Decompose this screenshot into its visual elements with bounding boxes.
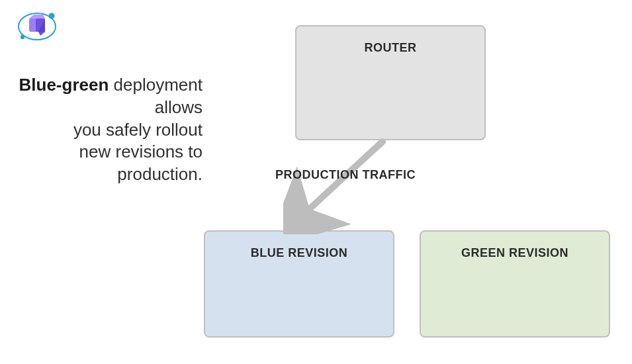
diagram-canvas: Blue-green deployment allows you safely … — [0, 0, 632, 364]
traffic-arrow-icon — [283, 138, 402, 234]
router-box: ROUTER — [295, 25, 486, 140]
traffic-label-text: PRODUCTION TRAFFIC — [275, 168, 416, 181]
router-label: ROUTER — [365, 41, 417, 54]
description-line1: deployment allows — [109, 75, 203, 117]
blue-revision-box: BLUE REVISION — [204, 230, 394, 338]
blue-revision-label: BLUE REVISION — [251, 246, 348, 259]
production-traffic-label: PRODUCTION TRAFFIC — [266, 168, 425, 182]
description-line2: you safely rollout — [73, 120, 203, 140]
description-line3: new revisions to — [79, 142, 203, 161]
green-revision-box: GREEN REVISION — [420, 230, 610, 338]
description-text: Blue-green deployment allows you safely … — [12, 74, 203, 186]
svg-point-2 — [21, 35, 24, 39]
product-icon — [16, 9, 58, 44]
description-strong: Blue-green — [19, 75, 109, 95]
green-revision-label: GREEN REVISION — [461, 246, 568, 259]
svg-point-1 — [49, 13, 55, 19]
description-line4: production. — [117, 164, 203, 184]
